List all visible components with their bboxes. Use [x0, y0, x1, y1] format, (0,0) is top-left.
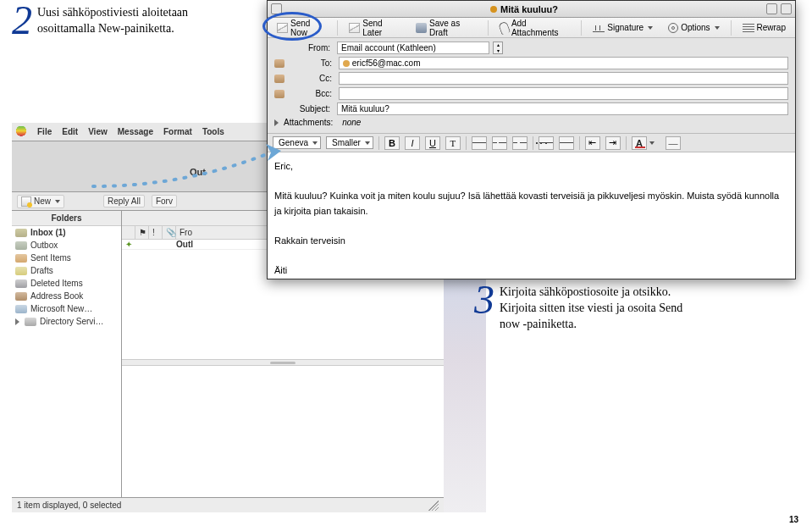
new-button[interactable]: New: [17, 195, 64, 208]
col-status[interactable]: [122, 226, 135, 239]
folder-sent[interactable]: Sent Items: [12, 252, 121, 264]
subject-label: Subject:: [274, 104, 334, 113]
folder-drafts[interactable]: Drafts: [12, 264, 121, 277]
contacts-icon[interactable]: [274, 75, 284, 83]
font-dropdown[interactable]: Geneva: [273, 136, 321, 149]
disk-icon: [416, 23, 427, 33]
save-draft-button[interactable]: Save as Draft: [412, 18, 481, 38]
bcc-field[interactable]: [339, 87, 788, 100]
apple-menu-icon[interactable]: [15, 126, 27, 138]
send-later-button[interactable]: Send Later: [345, 18, 405, 38]
contact-icon: [343, 60, 350, 67]
indent-button[interactable]: ⇥: [605, 136, 621, 150]
folder-directory[interactable]: Directory Servi…: [12, 315, 121, 328]
from-dropdown[interactable]: Email account (Kathleen): [337, 41, 489, 54]
rewrap-button[interactable]: Rewrap: [738, 22, 790, 33]
to-label: To:: [288, 58, 335, 68]
splitter[interactable]: [122, 359, 444, 366]
step-2-callout: 2 Uusi sähköpostiviesti aloitetaan osoit…: [12, 0, 232, 41]
signature-label: Signature: [607, 23, 644, 32]
forward-label: Forv: [156, 196, 173, 206]
italic-button[interactable]: I: [405, 136, 420, 150]
disclosure-triangle-icon: [15, 318, 19, 325]
from-stepper[interactable]: ▴▾: [493, 41, 503, 54]
outdent-button[interactable]: ⇤: [585, 136, 600, 150]
folder-deleted-label: Deleted Items: [30, 279, 83, 288]
resize-grip-icon[interactable]: [428, 501, 439, 511]
new-button-label: New: [34, 196, 51, 206]
menu-message[interactable]: Message: [118, 127, 153, 136]
annotation-highlight-ring: [262, 12, 322, 41]
news-icon: [15, 305, 27, 313]
numbered-list-button[interactable]: [539, 136, 554, 150]
menu-tools[interactable]: Tools: [202, 127, 224, 136]
size-dropdown[interactable]: Smaller: [326, 136, 373, 149]
chevron-down-icon: [715, 26, 720, 30]
step-2-text: Uusi sähköpostiviesti aloitetaan osoitta…: [37, 0, 232, 41]
signature-button[interactable]: Signature: [588, 22, 657, 33]
folder-drafts-label: Drafts: [30, 266, 53, 275]
sent-icon: [15, 254, 27, 263]
cc-field[interactable]: [339, 72, 788, 85]
body-signature: Äiti: [274, 263, 788, 279]
forward-button[interactable]: Forv: [152, 195, 177, 207]
add-attachments-button[interactable]: Add Attachments: [495, 18, 575, 38]
bullet-list-button[interactable]: [559, 136, 574, 150]
align-center-button[interactable]: [492, 136, 507, 150]
menu-format[interactable]: Format: [163, 127, 192, 136]
hr-button[interactable]: —: [666, 136, 681, 150]
menu-view[interactable]: View: [88, 127, 108, 136]
col-flag[interactable]: ⚑: [135, 226, 149, 239]
menu-edit[interactable]: Edit: [62, 127, 78, 136]
teletype-button[interactable]: T: [445, 136, 461, 150]
send-later-label: Send Later: [362, 19, 400, 37]
chevron-down-icon: [55, 200, 60, 203]
align-right-button[interactable]: [512, 136, 528, 150]
disclosure-triangle-icon[interactable]: [274, 119, 279, 126]
step-3-text: Kirjoita sähköpostiosoite ja otsikko. Ki…: [500, 279, 694, 333]
text-color-button[interactable]: A: [632, 136, 647, 150]
attachments-value: none: [342, 118, 361, 127]
folder-addressbook[interactable]: Address Book: [12, 290, 121, 302]
unread-icon: ✦: [122, 240, 135, 249]
folder-addressbook-label: Address Book: [30, 291, 83, 301]
folder-msnews[interactable]: Microsoft New…: [12, 302, 121, 315]
col-attachment[interactable]: 📎: [163, 226, 176, 239]
reply-all-button[interactable]: Reply All: [103, 195, 145, 207]
folder-sent-label: Sent Items: [30, 253, 71, 263]
paperclip-icon: [498, 20, 511, 35]
statusbar: 1 item displayed, 0 selected: [12, 497, 444, 512]
align-left-button[interactable]: [472, 136, 487, 150]
body-greeting: Eric,: [274, 159, 788, 174]
chevron-down-icon: [648, 26, 653, 30]
body-signoff: Rakkain terveisin: [274, 234, 788, 249]
step-3-callout: 3 Kirjoita sähköpostiosoite ja otsikko. …: [474, 279, 694, 333]
bold-button[interactable]: B: [384, 136, 400, 150]
message-body[interactable]: Eric, Mitä kuuluu? Kuinka voit ja miten …: [268, 152, 795, 263]
underline-button[interactable]: U: [425, 136, 440, 150]
add-attachments-label: Add Attachments: [511, 19, 571, 37]
folder-directory-label: Directory Servi…: [40, 317, 104, 326]
menu-file[interactable]: File: [37, 127, 52, 136]
reply-all-label: Reply All: [108, 196, 141, 206]
rewrap-icon: [743, 24, 754, 32]
contacts-icon[interactable]: [274, 90, 284, 98]
attachments-label: Attachments:: [284, 118, 333, 127]
col-priority[interactable]: !: [149, 226, 163, 239]
status-text: 1 item displayed, 0 selected: [17, 501, 121, 510]
outbox-icon: [15, 241, 27, 250]
send-later-icon: [349, 23, 360, 33]
folder-deleted[interactable]: Deleted Items: [12, 277, 121, 290]
contacts-icon[interactable]: [274, 59, 284, 68]
zoom-button[interactable]: [766, 3, 777, 14]
options-button[interactable]: Options: [664, 22, 723, 34]
subject-field[interactable]: Mitä kuuluu?: [337, 102, 788, 115]
collapse-button[interactable]: [781, 3, 792, 14]
to-field[interactable]: ericf56@mac.com: [339, 57, 788, 69]
folder-msnews-label: Microsoft New…: [30, 304, 92, 313]
folder-inbox[interactable]: Inbox (1): [12, 226, 121, 239]
cc-label: Cc:: [288, 74, 335, 83]
inbox-icon: [15, 229, 27, 237]
folders-pane: Folders Inbox (1) Outbox Sent Items Draf…: [12, 211, 122, 497]
folder-outbox[interactable]: Outbox: [12, 239, 121, 252]
